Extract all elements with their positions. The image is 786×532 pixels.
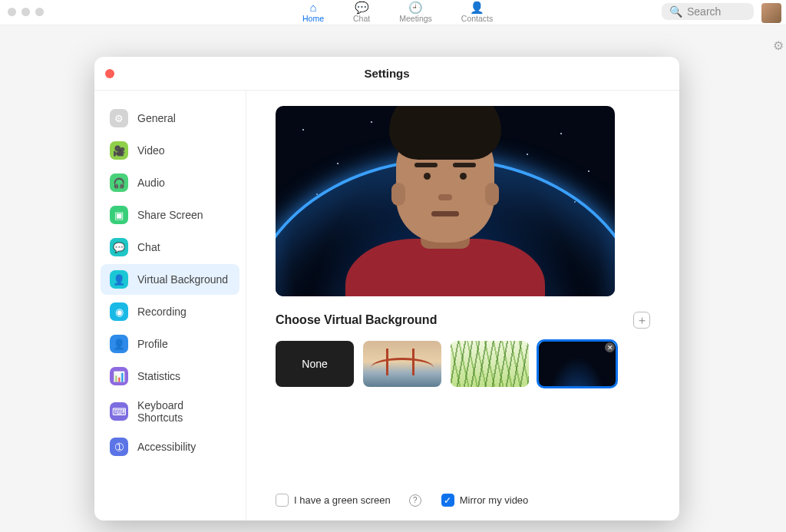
sidebar-item-label: Accessibility	[137, 441, 196, 453]
modal-close-button[interactable]	[105, 69, 114, 78]
checkbox-label: I have a green screen	[294, 494, 391, 506]
settings-sidebar: ⚙General🎥Video🎧Audio▣Share Screen💬Chat👤V…	[94, 91, 246, 520]
minimize-window-button[interactable]	[21, 8, 30, 16]
sidebar-item-label: Chat	[137, 241, 160, 253]
app-topbar: ⌂ Home 💬 Chat 🕘 Meetings 👤 Contacts 🔍 Se…	[0, 0, 786, 25]
accessibility-icon: ➀	[110, 438, 128, 456]
settings-modal: Settings ⚙General🎥Video🎧Audio▣Share Scre…	[94, 57, 679, 520]
checkbox-box	[276, 494, 289, 507]
modal-header: Settings	[94, 57, 679, 91]
green-screen-checkbox[interactable]: I have a green screen	[276, 494, 391, 507]
nav-tab-contacts[interactable]: 👤 Contacts	[461, 2, 493, 23]
search-input[interactable]: 🔍 Search	[662, 3, 754, 20]
share-screen-icon: ▣	[110, 206, 128, 224]
nav-tab-label: Meetings	[399, 14, 432, 23]
video-preview	[276, 106, 615, 296]
section-title: Choose Virtual Background	[276, 313, 437, 327]
window-controls	[8, 8, 44, 16]
search-icon: 🔍	[669, 5, 682, 18]
sidebar-item-share-screen[interactable]: ▣Share Screen	[101, 200, 239, 230]
sidebar-item-audio[interactable]: 🎧Audio	[101, 167, 239, 198]
headphones-icon: 🎧	[110, 173, 128, 192]
avatar[interactable]	[761, 3, 781, 23]
sidebar-item-virtual-background[interactable]: 👤Virtual Background	[101, 264, 239, 295]
sidebar-item-label: Keyboard Shortcuts	[137, 399, 230, 424]
nav-tab-label: Contacts	[461, 14, 493, 23]
main-nav-tabs: ⌂ Home 💬 Chat 🕘 Meetings 👤 Contacts	[302, 2, 493, 23]
nav-tab-chat[interactable]: 💬 Chat	[353, 2, 370, 23]
checkbox-box: ✓	[441, 494, 454, 507]
record-icon: ◉	[110, 302, 128, 321]
nav-tab-label: Home	[302, 14, 324, 23]
background-thumbnails: None✕	[276, 341, 650, 387]
sidebar-item-label: Virtual Background	[137, 273, 228, 286]
sidebar-item-label: Statistics	[137, 370, 180, 382]
sidebar-item-general[interactable]: ⚙General	[101, 103, 239, 134]
mirror-video-checkbox[interactable]: ✓ Mirror my video	[441, 494, 529, 507]
sidebar-item-label: Profile	[137, 338, 168, 350]
sidebar-item-label: General	[137, 112, 176, 124]
keyboard-icon: ⌨	[110, 402, 128, 421]
options-row: I have a green screen ? ✓ Mirror my vide…	[276, 494, 650, 511]
sidebar-item-label: Video	[137, 144, 165, 157]
help-icon[interactable]: ?	[409, 494, 421, 507]
home-icon: ⌂	[309, 2, 316, 13]
bg-thumb-grass[interactable]	[451, 341, 529, 387]
stats-icon: 📊	[110, 367, 128, 385]
close-window-button[interactable]	[8, 8, 16, 16]
add-background-button[interactable]: ＋	[633, 312, 650, 329]
bg-thumb-earth[interactable]: ✕	[538, 341, 616, 387]
sidebar-item-profile[interactable]: 👤Profile	[101, 329, 239, 359]
nav-tab-label: Chat	[353, 14, 370, 23]
video-icon: 🎥	[110, 141, 128, 160]
sidebar-item-accessibility[interactable]: ➀Accessibility	[101, 431, 239, 462]
sidebar-item-label: Audio	[137, 177, 165, 189]
remove-bg-button[interactable]: ✕	[605, 342, 615, 352]
sidebar-item-video[interactable]: 🎥Video	[101, 135, 239, 166]
gear-icon: ⚙	[110, 109, 128, 127]
chat-icon: 💬	[355, 2, 369, 13]
clock-icon: 🕘	[408, 2, 423, 13]
nav-tab-home[interactable]: ⌂ Home	[302, 2, 324, 23]
sidebar-item-keyboard-shortcuts[interactable]: ⌨Keyboard Shortcuts	[101, 393, 239, 430]
sidebar-item-recording[interactable]: ◉Recording	[101, 296, 239, 327]
nav-tab-meetings[interactable]: 🕘 Meetings	[399, 2, 432, 23]
modal-title: Settings	[364, 67, 409, 80]
contacts-icon: 👤	[470, 2, 484, 13]
settings-gear-icon[interactable]: ⚙	[773, 38, 784, 53]
search-placeholder: Search	[687, 5, 721, 18]
virtual-bg-icon: 👤	[110, 270, 128, 289]
sidebar-item-label: Share Screen	[137, 209, 203, 221]
profile-icon: 👤	[110, 335, 128, 353]
sidebar-item-label: Recording	[137, 306, 187, 318]
maximize-window-button[interactable]	[35, 8, 44, 16]
bg-thumb-bridge[interactable]	[363, 341, 441, 387]
user-silhouette	[338, 116, 553, 296]
checkbox-label: Mirror my video	[460, 494, 529, 506]
sidebar-item-statistics[interactable]: 📊Statistics	[101, 361, 239, 392]
bg-thumb-none[interactable]: None	[276, 341, 354, 387]
sidebar-item-chat[interactable]: 💬Chat	[101, 232, 239, 263]
settings-content: Choose Virtual Background ＋ None✕ I have…	[246, 91, 679, 520]
chat-icon: 💬	[110, 238, 128, 256]
